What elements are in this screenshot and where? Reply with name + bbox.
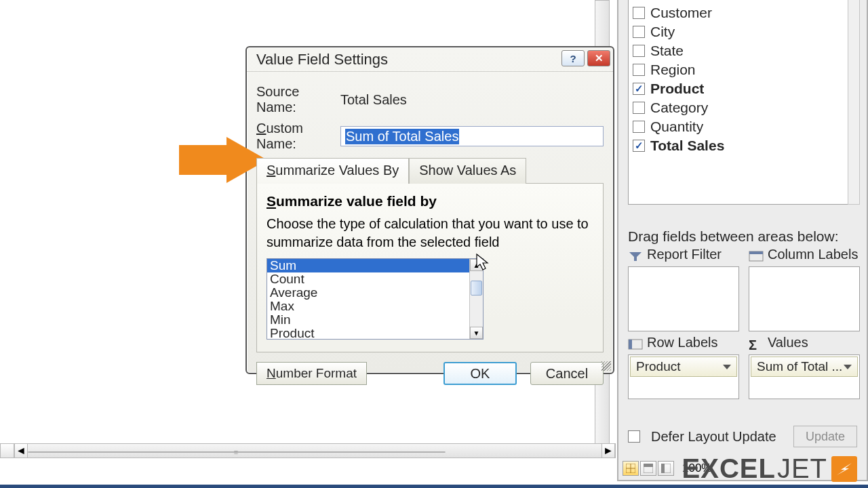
layout-view-1[interactable] bbox=[623, 461, 639, 476]
filter-icon bbox=[628, 249, 643, 260]
field-label[interactable]: Product bbox=[650, 81, 704, 97]
checkbox-state[interactable] bbox=[633, 45, 645, 57]
field-label[interactable]: Quantity bbox=[650, 119, 703, 135]
report-filter-dropzone[interactable] bbox=[628, 266, 739, 331]
resize-grip-icon[interactable] bbox=[601, 361, 611, 371]
calc-option-max[interactable]: Max bbox=[267, 300, 469, 313]
field-label[interactable]: State bbox=[650, 43, 684, 59]
calc-option-product[interactable]: Product bbox=[267, 327, 469, 339]
field-list-box: Date Customer City State Region ✓ Produc… bbox=[628, 0, 849, 205]
calc-option-sum[interactable]: Sum bbox=[267, 259, 469, 272]
row-labels-dropzone[interactable]: Product bbox=[628, 354, 739, 399]
checkbox-defer-update[interactable] bbox=[628, 430, 640, 443]
exceljet-logo: EXCELJET bbox=[682, 453, 857, 484]
field-label[interactable]: Total Sales bbox=[650, 138, 724, 154]
number-format-button[interactable]: Number Format bbox=[256, 362, 367, 385]
layout-view-3[interactable] bbox=[658, 461, 674, 476]
layout-view-2[interactable] bbox=[640, 461, 656, 476]
brand-text-excel: EXCEL bbox=[682, 453, 776, 484]
svg-marker-14 bbox=[837, 463, 852, 475]
summarize-description: Choose the type of calculation that you … bbox=[267, 215, 593, 251]
area-title-values: Values bbox=[768, 335, 808, 350]
svg-rect-11 bbox=[661, 464, 665, 473]
calc-option-min[interactable]: Min bbox=[267, 313, 469, 327]
field-label[interactable]: Customer bbox=[650, 5, 712, 21]
custom-name-input[interactable]: Sum of Total Sales bbox=[340, 126, 604, 146]
area-title-row-labels: Row Labels bbox=[647, 335, 718, 350]
tab-summarize-values-by[interactable]: Summarize Values By bbox=[256, 158, 409, 184]
column-labels-dropzone[interactable] bbox=[749, 266, 860, 331]
source-name-value: Total Sales bbox=[340, 92, 407, 108]
field-label[interactable]: City bbox=[650, 24, 675, 40]
checkbox-total-sales[interactable]: ✓ bbox=[633, 140, 645, 152]
checkbox-region[interactable] bbox=[633, 64, 645, 76]
pivottable-field-list-pane: Date Customer City State Region ✓ Produc… bbox=[617, 0, 868, 481]
checkbox-city[interactable] bbox=[633, 26, 645, 38]
summarize-section-title: Summarize value field by bbox=[267, 193, 593, 209]
field-label[interactable]: Date bbox=[650, 0, 680, 2]
sigma-icon: Σ bbox=[749, 338, 764, 348]
worksheet-horizontal-scrollbar[interactable]: ◄ ≡ ► bbox=[0, 443, 616, 458]
update-button: Update bbox=[793, 426, 857, 447]
checkbox-customer[interactable] bbox=[633, 7, 645, 19]
values-field-label: Sum of Total ... bbox=[757, 359, 842, 374]
columns-icon bbox=[749, 249, 764, 260]
svg-rect-2 bbox=[749, 251, 763, 254]
close-button[interactable]: ✕ bbox=[587, 50, 610, 66]
rows-icon bbox=[628, 338, 643, 348]
tab-show-values-as[interactable]: Show Values As bbox=[409, 158, 526, 184]
area-title-column-labels: Column Labels bbox=[768, 247, 858, 262]
listbox-scrollbar[interactable]: ▲ ▼ bbox=[469, 259, 483, 339]
custom-name-label: Custom Name: bbox=[256, 121, 340, 152]
value-field-settings-dialog: Value Field Settings ? ✕ Source Name: To… bbox=[245, 46, 614, 374]
custom-name-value: Sum of Total Sales bbox=[345, 129, 459, 144]
drag-areas-label: Drag fields between areas below: bbox=[628, 228, 839, 245]
chevron-down-icon bbox=[723, 365, 731, 369]
defer-label: Defer Layout Update bbox=[651, 429, 776, 445]
help-button[interactable]: ? bbox=[561, 50, 585, 66]
calc-option-average[interactable]: Average bbox=[267, 286, 469, 300]
calculation-listbox[interactable]: Sum Count Average Max Min Product ▲ ▼ bbox=[267, 258, 484, 340]
brand-badge-icon bbox=[831, 456, 857, 482]
calc-option-count[interactable]: Count bbox=[267, 272, 469, 286]
ok-button[interactable]: OK bbox=[443, 362, 517, 385]
row-field-label: Product bbox=[636, 359, 680, 374]
checkbox-quantity[interactable] bbox=[633, 121, 645, 133]
cancel-button[interactable]: Cancel bbox=[530, 362, 604, 385]
svg-marker-0 bbox=[629, 252, 642, 261]
tab-pane-summarize: Summarize value field by Choose the type… bbox=[256, 183, 604, 352]
scroll-left-arrow-icon[interactable]: ◄ bbox=[14, 444, 28, 458]
row-field-product[interactable]: Product bbox=[630, 357, 737, 377]
chevron-down-icon bbox=[844, 365, 852, 369]
scroll-down-arrow-icon[interactable]: ▼ bbox=[470, 327, 483, 339]
field-label[interactable]: Region bbox=[650, 62, 696, 78]
scroll-right-arrow-icon[interactable]: ► bbox=[601, 444, 615, 458]
bottom-accent-strip bbox=[0, 485, 868, 488]
svg-rect-4 bbox=[629, 340, 632, 349]
values-dropzone[interactable]: Sum of Total ... bbox=[749, 354, 860, 399]
field-list-scrollbar[interactable] bbox=[848, 0, 860, 205]
field-label[interactable]: Category bbox=[650, 100, 708, 116]
values-field-sum-total[interactable]: Sum of Total ... bbox=[751, 357, 858, 377]
scroll-up-arrow-icon[interactable]: ▲ bbox=[470, 259, 483, 271]
checkbox-category[interactable] bbox=[633, 102, 645, 114]
checkbox-product[interactable]: ✓ bbox=[633, 83, 645, 95]
source-name-label: Source Name: bbox=[256, 84, 340, 115]
brand-text-jet: JET bbox=[777, 453, 827, 484]
area-title-report-filter: Report Filter bbox=[647, 247, 722, 262]
svg-rect-9 bbox=[644, 464, 653, 467]
dialog-title: Value Field Settings bbox=[256, 51, 388, 68]
